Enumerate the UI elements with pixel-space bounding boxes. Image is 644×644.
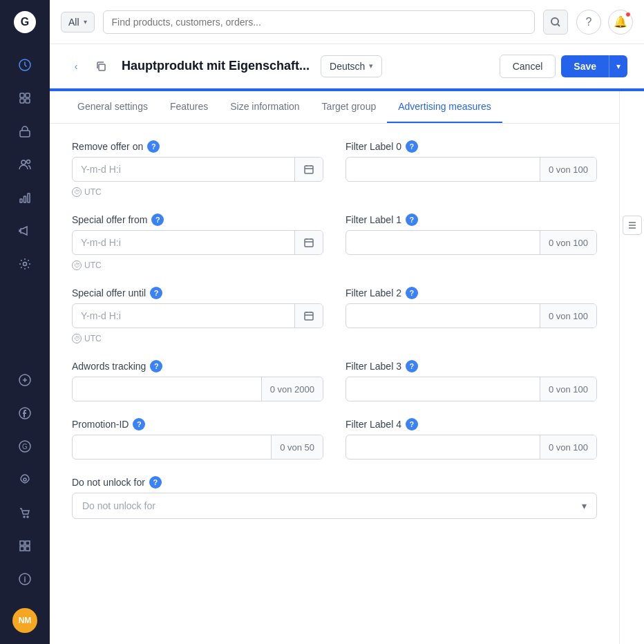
adwords-tracking-input[interactable] <box>73 377 261 401</box>
special-offer-from-input[interactable] <box>73 231 294 254</box>
remove-offer-on-input-wrapper <box>72 157 323 182</box>
svg-rect-10 <box>20 199 22 202</box>
copy-button[interactable] <box>91 57 111 76</box>
filter-label-1-input-wrapper: 0 von 100 <box>345 230 597 255</box>
special-offer-until-utc-hint: ⏱ UTC <box>72 334 323 343</box>
topbar-right: ? 🔔 <box>576 10 633 35</box>
cancel-button[interactable]: Cancel <box>500 55 556 78</box>
remove-offer-help-icon[interactable]: ? <box>147 140 160 153</box>
filter-label-3-suffix: 0 von 100 <box>540 377 596 401</box>
do-not-unlock-help-icon[interactable]: ? <box>149 476 162 489</box>
remove-offer-utc-hint: ⏱ UTC <box>72 187 323 197</box>
sidebar-item-shop[interactable] <box>10 83 40 113</box>
remove-offer-on-input[interactable] <box>73 158 294 181</box>
help-button[interactable]: ? <box>576 10 601 35</box>
svg-rect-27 <box>99 64 105 70</box>
page-title: Hauptprodukt mit Eigenschaft... <box>122 59 310 73</box>
special-offer-until-help-icon[interactable]: ? <box>150 287 162 299</box>
special-offer-until-input-wrapper <box>72 303 323 328</box>
sidebar-item-grid[interactable] <box>10 531 40 561</box>
chevron-down-icon: ▾ <box>582 500 587 511</box>
sidebar-item-megaphone[interactable] <box>10 216 40 246</box>
filter-label-0-input-wrapper: 0 von 100 <box>345 157 597 182</box>
sidebar-item-info[interactable] <box>10 564 40 594</box>
do-not-unlock-group: Do not unlock for ? Do not unlock for ▾ <box>72 476 597 519</box>
clock-icon-3: ⏱ <box>72 334 82 343</box>
svg-rect-3 <box>20 93 24 97</box>
filter-label-3-input[interactable] <box>346 377 540 401</box>
back-button[interactable]: ‹ <box>66 57 86 76</box>
special-offer-from-calendar-button[interactable] <box>294 231 323 254</box>
tab-target[interactable]: Target group <box>311 91 388 123</box>
filter-label-2-suffix: 0 von 100 <box>540 304 596 328</box>
notification-badge <box>625 12 631 17</box>
sidebar-item-bag[interactable] <box>10 116 40 146</box>
tab-general[interactable]: General settings <box>66 91 159 123</box>
svg-point-8 <box>21 160 26 164</box>
sidebar-item-settings[interactable] <box>10 249 40 279</box>
special-offer-from-label: Special offer from ? <box>72 214 323 226</box>
special-offer-until-calendar-button[interactable] <box>294 304 323 328</box>
filter4-help-icon[interactable]: ? <box>406 418 418 430</box>
save-chevron-button[interactable]: ▾ <box>609 55 627 77</box>
search-button[interactable] <box>543 10 568 35</box>
search-input[interactable] <box>112 17 526 28</box>
svg-point-19 <box>23 516 25 518</box>
filter1-help-icon[interactable]: ? <box>406 214 418 226</box>
sidebar-item-facebook[interactable] <box>10 398 40 428</box>
filter-label-0-input[interactable] <box>346 158 540 181</box>
filter-label-0-suffix: 0 von 100 <box>540 158 596 181</box>
filter-label-0-group: Filter Label 0 ? 0 von 100 <box>345 140 597 197</box>
filter-label-4-suffix: 0 von 100 <box>540 435 596 459</box>
svg-rect-22 <box>26 541 30 545</box>
svg-text:G: G <box>22 443 28 451</box>
page-header: ‹ Hauptprodukt mit Eigenschaft... Deutsc… <box>50 44 644 88</box>
promotion-id-input[interactable] <box>73 435 271 459</box>
adwords-help-icon[interactable]: ? <box>150 360 162 372</box>
panel-toggle-button[interactable] <box>623 216 642 235</box>
sidebar-item-rocket[interactable] <box>10 464 40 495</box>
filter-label-4-input[interactable] <box>346 435 540 459</box>
filter-label-2-input[interactable] <box>346 304 540 328</box>
promotion-id-input-wrapper: 0 von 50 <box>72 435 323 460</box>
promotion-id-group: Promotion-ID ? 0 von 50 <box>72 418 323 460</box>
bell-icon: 🔔 <box>614 15 627 28</box>
svg-point-13 <box>23 263 27 266</box>
save-button-group: Save ▾ <box>561 55 627 77</box>
adwords-tracking-group: Adwords tracking ? 0 von 2000 <box>72 360 323 401</box>
filter2-help-icon[interactable]: ? <box>406 287 418 299</box>
sidebar-item-users[interactable] <box>10 149 40 180</box>
search-type-dropdown[interactable]: All ▾ <box>61 12 95 32</box>
sidebar-item-plus[interactable] <box>10 365 40 395</box>
special-offer-until-input[interactable] <box>73 304 294 328</box>
do-not-unlock-select[interactable]: Do not unlock for ▾ <box>72 493 597 519</box>
remove-offer-calendar-button[interactable] <box>294 158 323 181</box>
sidebar-item-cart[interactable] <box>10 498 40 528</box>
tab-size[interactable]: Size information <box>219 91 310 123</box>
language-dropdown[interactable]: Deutsch ▾ <box>321 55 382 77</box>
sidebar-item-dashboard[interactable] <box>10 50 40 80</box>
sidebar-item-analytics[interactable] <box>10 182 40 213</box>
tab-features[interactable]: Features <box>159 91 219 123</box>
filter0-help-icon[interactable]: ? <box>406 140 418 153</box>
sidebar-nav <box>10 44 40 285</box>
sidebar-item-google[interactable]: G <box>10 431 40 462</box>
filter3-help-icon[interactable]: ? <box>406 360 418 372</box>
sidebar-logo[interactable]: G <box>0 0 50 44</box>
svg-rect-29 <box>305 239 313 247</box>
avatar[interactable]: NM <box>12 608 37 633</box>
filter-label-1-input[interactable] <box>346 231 540 254</box>
svg-rect-21 <box>20 541 24 545</box>
main-content: All ▾ ? 🔔 ‹ Hauptprodukt mit Eigenscha <box>50 0 644 644</box>
promotion-id-help-icon[interactable]: ? <box>133 418 145 430</box>
svg-rect-28 <box>305 166 313 173</box>
adwords-tracking-input-wrapper: 0 von 2000 <box>72 377 323 401</box>
right-panel <box>619 91 644 644</box>
notifications-button[interactable]: 🔔 <box>608 10 633 35</box>
special-offer-until-label: Special offer until ? <box>72 287 323 299</box>
special-offer-from-help-icon[interactable]: ? <box>151 214 164 226</box>
tab-advertising[interactable]: Advertising measures <box>387 91 502 123</box>
save-button[interactable]: Save <box>561 55 609 77</box>
filter-label-1-group: Filter Label 1 ? 0 von 100 <box>345 214 597 270</box>
svg-point-26 <box>551 18 558 25</box>
